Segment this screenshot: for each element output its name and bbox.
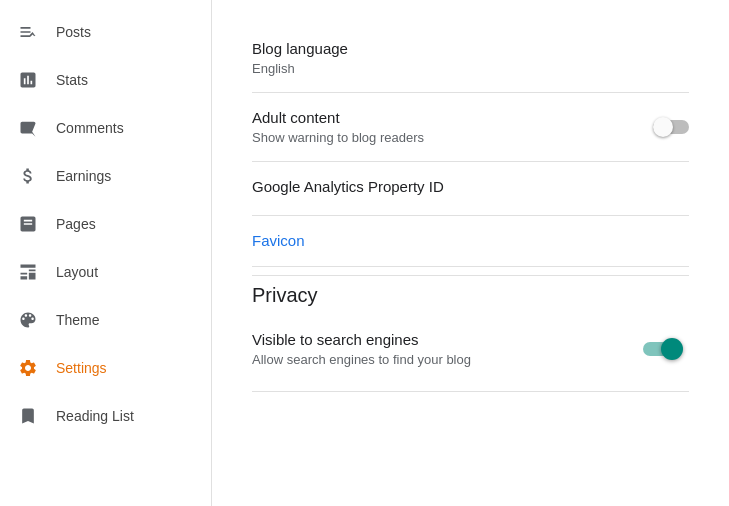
analytics-title: Google Analytics Property ID	[252, 178, 689, 195]
earnings-icon	[16, 164, 40, 188]
blog-language-subtitle: English	[252, 61, 689, 76]
sidebar-item-stats[interactable]: Stats	[0, 56, 203, 104]
search-engines-toggle-thumb	[661, 338, 683, 360]
adult-content-title: Adult content	[252, 109, 653, 126]
adult-content-info: Adult content Show warning to blog reade…	[252, 109, 653, 145]
sidebar-item-pages-label: Pages	[56, 216, 96, 232]
settings-icon	[16, 356, 40, 380]
sidebar-item-earnings[interactable]: Earnings	[0, 152, 203, 200]
privacy-section: Privacy Visible to search engines Allow …	[252, 284, 689, 383]
sidebar-item-theme[interactable]: Theme	[0, 296, 203, 344]
stats-icon	[16, 68, 40, 92]
adult-content-row: Adult content Show warning to blog reade…	[252, 93, 689, 162]
sidebar: Posts Stats Comments Earnings Pages Layo…	[0, 0, 212, 506]
search-engines-toggle[interactable]	[641, 337, 689, 361]
favicon-link[interactable]: Favicon	[252, 232, 305, 249]
search-engines-title: Visible to search engines	[252, 331, 641, 348]
analytics-row: Google Analytics Property ID	[252, 162, 689, 216]
layout-icon	[16, 260, 40, 284]
privacy-header: Privacy	[252, 284, 689, 307]
sidebar-item-theme-label: Theme	[56, 312, 100, 328]
section-divider	[252, 275, 689, 276]
blog-language-title: Blog language	[252, 40, 689, 57]
sidebar-item-reading-list-label: Reading List	[56, 408, 134, 424]
search-engines-info: Visible to search engines Allow search e…	[252, 331, 641, 367]
sidebar-item-reading-list[interactable]: Reading List	[0, 392, 203, 440]
sidebar-item-posts[interactable]: Posts	[0, 8, 203, 56]
adult-content-toggle-thumb	[653, 117, 673, 137]
sidebar-item-comments[interactable]: Comments	[0, 104, 203, 152]
bottom-divider	[252, 391, 689, 392]
adult-content-toggle[interactable]	[653, 117, 689, 137]
sidebar-item-pages[interactable]: Pages	[0, 200, 203, 248]
main-content: Blog language English Adult content Show…	[212, 0, 729, 506]
blog-language-row: Blog language English	[252, 24, 689, 93]
posts-icon	[16, 20, 40, 44]
sidebar-item-layout-label: Layout	[56, 264, 98, 280]
sidebar-item-stats-label: Stats	[56, 72, 88, 88]
sidebar-item-layout[interactable]: Layout	[0, 248, 203, 296]
sidebar-item-comments-label: Comments	[56, 120, 124, 136]
search-engines-subtitle: Allow search engines to find your blog	[252, 352, 641, 367]
sidebar-item-earnings-label: Earnings	[56, 168, 111, 184]
pages-icon	[16, 212, 40, 236]
sidebar-item-settings-label: Settings	[56, 360, 107, 376]
sidebar-item-posts-label: Posts	[56, 24, 91, 40]
search-engines-row: Visible to search engines Allow search e…	[252, 315, 689, 383]
reading-list-icon	[16, 404, 40, 428]
theme-icon	[16, 308, 40, 332]
favicon-row: Favicon	[252, 216, 689, 267]
adult-content-subtitle: Show warning to blog readers	[252, 130, 653, 145]
comments-icon	[16, 116, 40, 140]
sidebar-item-settings[interactable]: Settings	[0, 344, 203, 392]
